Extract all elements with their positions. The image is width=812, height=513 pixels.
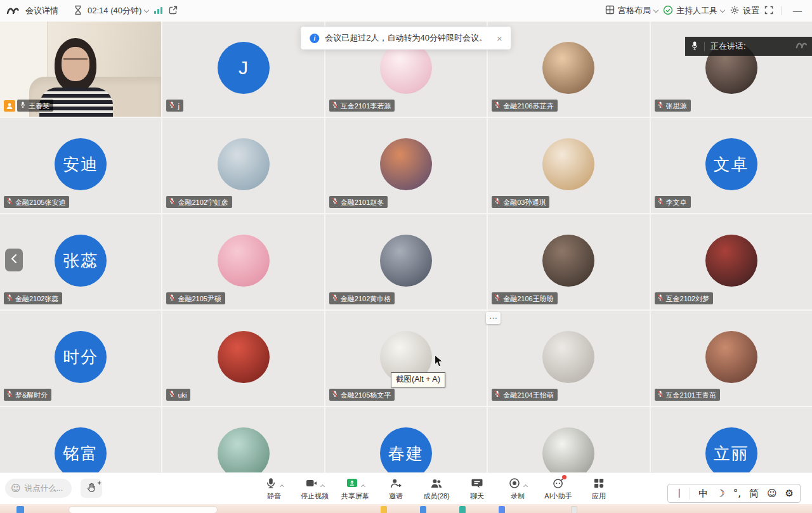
share-screen-button[interactable]: 共享屏幕 xyxy=(339,476,371,501)
share-screen-icon xyxy=(346,477,358,490)
ime-item-6[interactable]: ⚙ xyxy=(785,488,794,499)
caret-up-icon[interactable] xyxy=(361,484,365,488)
participant-tile[interactable]: 春建 xyxy=(325,407,487,472)
participant-tile[interactable]: 张思源 xyxy=(651,22,812,117)
close-icon[interactable]: × xyxy=(497,33,502,44)
chevron-down-icon xyxy=(720,7,725,12)
windows-start-icon[interactable] xyxy=(16,506,24,513)
stop-video-button[interactable]: 停止视频 xyxy=(299,476,331,501)
toolbar-buttons: 静音 停止视频 共享屏幕 邀请 成员(28) 聊天 xyxy=(258,476,615,501)
ime-item-2[interactable]: ☽ xyxy=(716,488,724,499)
participant-tile[interactable]: 立丽 xyxy=(651,407,812,472)
participant-name-label: 王春英 xyxy=(17,100,53,112)
members-button[interactable]: 成员(28) xyxy=(421,476,452,501)
participant-name-label: 金融2102张蕊 xyxy=(4,292,62,304)
participant-tile[interactable]: 互金2101王青茁 xyxy=(651,311,812,406)
participant-tile[interactable]: 安迪 金融2105张安迪 xyxy=(0,118,161,213)
grid-layout-button[interactable]: 宫格布局 xyxy=(605,5,658,16)
toolbar-button-label: 成员(28) xyxy=(423,491,450,501)
participant-name-label: 梦&醒时分 xyxy=(4,389,51,401)
taskbar-app-icon[interactable] xyxy=(381,506,387,513)
mute-button[interactable]: 静音 xyxy=(258,476,290,501)
participant-tile[interactable]: 金融2104王怡萌 xyxy=(488,311,649,406)
participant-tile[interactable]: 铭富 xyxy=(0,407,161,472)
network-signal-icon[interactable] xyxy=(154,6,164,16)
mic-icon xyxy=(265,477,277,490)
participant-tile[interactable]: J j xyxy=(162,22,324,117)
taskbar-app-icon[interactable] xyxy=(420,506,426,513)
chat-input[interactable]: ☺ 说点什么... xyxy=(5,479,72,498)
participant-tile[interactable]: 金融2106苏芷卉 xyxy=(488,22,649,117)
participant-tile[interactable]: 金融2102黄巾格 xyxy=(325,214,487,309)
participant-avatar xyxy=(542,331,594,383)
participant-tile[interactable]: 文卓 李文卓 xyxy=(651,118,812,213)
participant-name: 金融03孙通琪 xyxy=(503,198,546,207)
caret-up-icon[interactable] xyxy=(320,484,325,488)
participant-avatar xyxy=(218,138,270,190)
previous-page-button[interactable] xyxy=(5,249,23,271)
participant-tile[interactable] xyxy=(162,407,324,472)
meeting-timer[interactable]: 02:14 (40分钟) xyxy=(88,5,148,16)
banner-text: 会议已超过2人，自动转为40分钟限时会议。 xyxy=(325,32,487,44)
toolbar-button-label: 应用 xyxy=(592,491,606,501)
minimize-button[interactable]: — xyxy=(789,6,806,16)
participant-tile[interactable]: 金融03孙通琪 xyxy=(488,118,649,213)
toolbar-button-label: AI小助手 xyxy=(544,491,572,501)
participant-tile[interactable]: 互金2102刘梦 xyxy=(651,214,812,309)
participant-tile[interactable]: 时分 梦&醒时分 xyxy=(0,311,161,406)
fullscreen-icon[interactable] xyxy=(764,6,773,16)
participant-tile[interactable]: 金融2105尹硕 xyxy=(162,214,324,309)
participant-tile[interactable]: 张蕊 金融2102张蕊 xyxy=(0,214,161,309)
raise-hand-button[interactable] xyxy=(81,479,102,498)
caret-up-icon[interactable] xyxy=(280,484,284,488)
participant-name-label: 金融2104王怡萌 xyxy=(492,389,557,401)
participant-name: 互金2101李若源 xyxy=(341,101,391,110)
chevron-down-icon xyxy=(653,7,658,12)
ime-item-1[interactable]: 中 xyxy=(698,488,708,500)
mic-status-icon xyxy=(657,294,664,303)
mic-status-icon xyxy=(169,197,175,207)
meeting-details-button[interactable]: 会议详情 xyxy=(25,5,58,16)
host-tools-button[interactable]: 主持人工具 xyxy=(663,5,724,17)
settings-button[interactable]: 设置 xyxy=(730,5,759,17)
caret-up-icon[interactable] xyxy=(523,484,528,488)
mic-status-icon xyxy=(6,197,13,207)
open-in-new-icon[interactable] xyxy=(169,6,178,16)
speaking-indicator-bar: 正在讲话: xyxy=(685,37,812,56)
ime-item-5[interactable]: ☺ xyxy=(767,488,777,499)
notification-banner: i 会议已超过2人，自动转为40分钟限时会议。 × xyxy=(301,27,511,49)
participant-avatar: 张蕊 xyxy=(55,235,107,287)
smiley-icon: ☺ xyxy=(11,483,21,494)
apps-button[interactable]: 应用 xyxy=(583,476,615,501)
participant-name: 李文卓 xyxy=(666,198,687,207)
apps-icon xyxy=(593,477,605,490)
toolbar-button-label: 共享屏幕 xyxy=(341,491,369,501)
tile-more-button[interactable]: ⋯ xyxy=(486,312,501,324)
ime-item-0[interactable]: 丨 xyxy=(674,488,690,500)
taskbar-app-icon[interactable] xyxy=(499,506,505,513)
mic-status-icon xyxy=(169,390,175,399)
video-grid: 王春英 J j xyxy=(0,22,812,472)
taskbar-app-icon[interactable] xyxy=(459,506,466,513)
participant-name: 金融2102黄巾格 xyxy=(341,294,391,303)
participant-tile[interactable]: 金融2101赵冬 xyxy=(325,118,487,213)
ime-item-3[interactable]: °, xyxy=(733,488,741,499)
ai-assistant-button[interactable]: AI小助手 xyxy=(542,476,574,501)
participant-tile[interactable]: uki xyxy=(162,311,324,406)
mic-status-icon xyxy=(332,197,338,207)
taskbar-app-icon[interactable] xyxy=(571,506,577,513)
record-button[interactable]: 录制 xyxy=(502,476,534,501)
taskbar-search[interactable] xyxy=(69,506,218,513)
invite-button[interactable]: 邀请 xyxy=(380,476,412,501)
participant-tile[interactable]: 金融2102宁虹彦 xyxy=(162,118,324,213)
participant-name-label: 金融03孙通琪 xyxy=(492,196,549,208)
ime-item-4[interactable]: 简 xyxy=(749,488,759,500)
camera-icon xyxy=(305,477,318,490)
participant-tile[interactable] xyxy=(488,407,649,472)
participant-tile[interactable]: 金融2105杨文平 xyxy=(325,311,487,406)
participant-avatar: 安迪 xyxy=(55,138,107,190)
chevron-left-icon xyxy=(11,254,17,266)
participant-tile[interactable]: 金融2106王盼盼 xyxy=(488,214,649,309)
chat-button[interactable]: 聊天 xyxy=(461,476,493,501)
participant-tile[interactable]: 王春英 xyxy=(0,22,161,117)
